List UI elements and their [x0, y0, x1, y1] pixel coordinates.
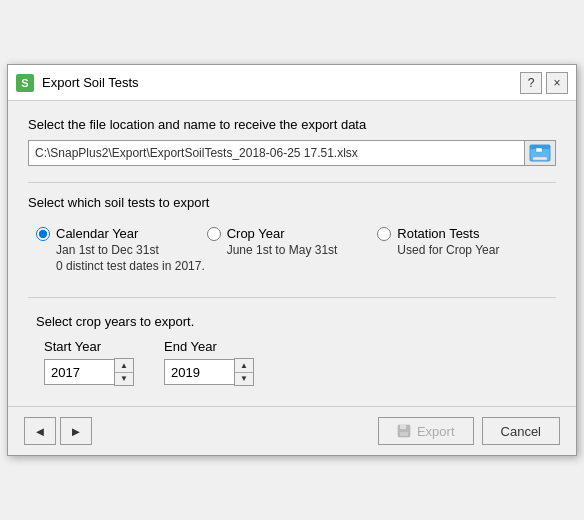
calendar-year-sub1: Jan 1st to Dec 31st [36, 243, 207, 257]
crop-year-row: Crop Year [207, 226, 378, 241]
year-controls: Start Year ▲ ▼ End Year [36, 339, 548, 386]
help-button[interactable]: ? [520, 72, 542, 94]
app-icon: S [16, 74, 34, 92]
calendar-year-info: 0 distinct test dates in 2017. [36, 259, 207, 273]
calendar-year-radio[interactable] [36, 227, 50, 241]
start-year-up[interactable]: ▲ [115, 359, 133, 372]
calendar-year-option: Calendar Year Jan 1st to Dec 31st 0 dist… [36, 226, 207, 273]
dialog-body: Select the file location and name to rec… [8, 101, 576, 406]
svg-rect-8 [400, 432, 408, 436]
crop-years-section: Select crop years to export. Start Year … [28, 310, 556, 390]
start-year-spinner: ▲ ▼ [44, 358, 134, 386]
crop-year-option: Crop Year June 1st to May 31st [207, 226, 378, 273]
rotation-tests-label: Rotation Tests [397, 226, 479, 241]
end-year-up[interactable]: ▲ [235, 359, 253, 372]
end-year-group: End Year ▲ ▼ [164, 339, 254, 386]
back-button[interactable]: ◄ [24, 417, 56, 445]
forward-button[interactable]: ► [60, 417, 92, 445]
end-year-input[interactable] [164, 359, 234, 385]
browse-button[interactable] [524, 140, 556, 166]
soil-tests-section: Select which soil tests to export Calend… [28, 195, 556, 281]
file-location-label: Select the file location and name to rec… [28, 117, 556, 132]
export-icon [397, 424, 411, 438]
file-row [28, 140, 556, 166]
nav-buttons: ◄ ► [24, 417, 92, 445]
browse-icon [529, 143, 551, 163]
start-year-down[interactable]: ▼ [115, 372, 133, 385]
crop-years-label: Select crop years to export. [36, 314, 548, 329]
radio-group: Calendar Year Jan 1st to Dec 31st 0 dist… [28, 218, 556, 281]
start-year-buttons: ▲ ▼ [114, 358, 134, 386]
dialog-footer: ◄ ► Export Cancel [8, 406, 576, 455]
svg-rect-4 [533, 157, 547, 160]
calendar-year-row: Calendar Year [36, 226, 207, 241]
svg-rect-7 [400, 425, 406, 429]
export-button[interactable]: Export [378, 417, 474, 445]
end-year-spinner: ▲ ▼ [164, 358, 254, 386]
close-button[interactable]: × [546, 72, 568, 94]
title-bar: S Export Soil Tests ? × [8, 65, 576, 101]
start-year-group: Start Year ▲ ▼ [44, 339, 134, 386]
end-year-down[interactable]: ▼ [235, 372, 253, 385]
divider-1 [28, 182, 556, 183]
dialog-title: Export Soil Tests [42, 75, 520, 90]
export-label: Export [417, 424, 455, 439]
svg-rect-5 [536, 148, 542, 152]
end-year-buttons: ▲ ▼ [234, 358, 254, 386]
svg-text:S: S [21, 77, 28, 89]
file-path-input[interactable] [28, 140, 524, 166]
rotation-tests-row: Rotation Tests [377, 226, 548, 241]
rotation-tests-radio[interactable] [377, 227, 391, 241]
soil-tests-label: Select which soil tests to export [28, 195, 556, 210]
action-buttons: Export Cancel [378, 417, 560, 445]
cancel-button[interactable]: Cancel [482, 417, 560, 445]
end-year-label: End Year [164, 339, 254, 354]
rotation-tests-sub1: Used for Crop Year [377, 243, 548, 257]
rotation-tests-option: Rotation Tests Used for Crop Year [377, 226, 548, 273]
crop-year-sub1: June 1st to May 31st [207, 243, 378, 257]
file-location-section: Select the file location and name to rec… [28, 117, 556, 166]
calendar-year-label: Calendar Year [56, 226, 138, 241]
crop-year-radio[interactable] [207, 227, 221, 241]
divider-2 [28, 297, 556, 298]
start-year-input[interactable] [44, 359, 114, 385]
title-controls: ? × [520, 72, 568, 94]
dialog-window: S Export Soil Tests ? × Select the file … [7, 64, 577, 456]
crop-year-label: Crop Year [227, 226, 285, 241]
start-year-label: Start Year [44, 339, 134, 354]
